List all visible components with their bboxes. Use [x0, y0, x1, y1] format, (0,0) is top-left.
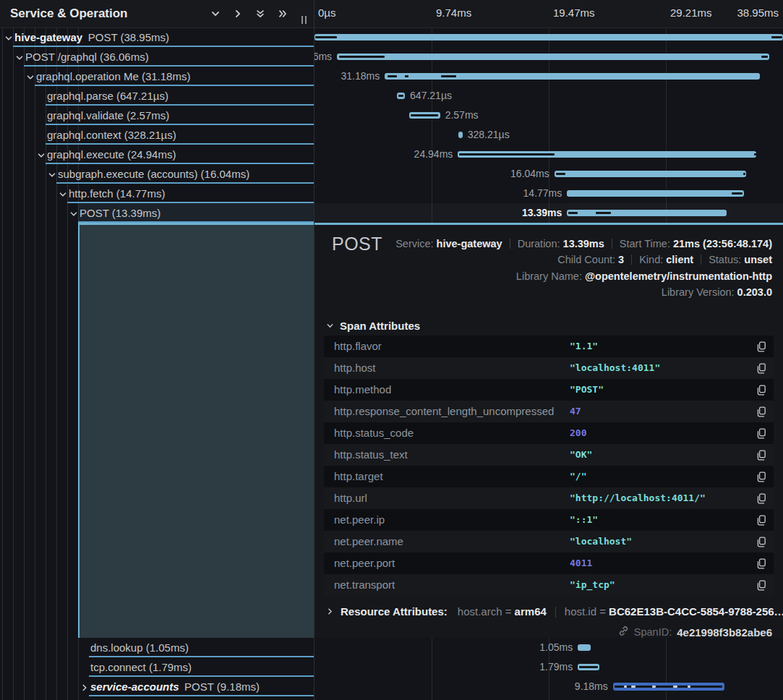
timeline-row[interactable]: 14.77ms — [315, 184, 783, 203]
chevron-down-icon[interactable] — [15, 52, 24, 61]
span-bar[interactable] — [567, 190, 743, 197]
attribute-row[interactable]: http.url"http://localhost:4011/" — [324, 487, 774, 509]
child-span-marker — [732, 192, 743, 195]
tree-row[interactable]: subgraph.execute (accounts) (16.04ms) — [0, 164, 314, 184]
attribute-value: "localhost:4011" — [570, 357, 660, 379]
span-bar[interactable] — [458, 132, 463, 138]
double-chevron-right-icon[interactable] — [278, 9, 288, 19]
tree-row[interactable]: tcp.connect (1.79ms) — [0, 657, 314, 677]
timeline-row[interactable]: 9.18ms — [315, 677, 783, 696]
tree-row[interactable]: graphql.parse (647.21µs) — [0, 86, 314, 106]
overview-value: @opentelemetry/instrumentation-http — [585, 270, 772, 282]
tree-row[interactable]: hive-gateway POST (38.95ms) — [0, 27, 314, 47]
child-span-marker — [411, 114, 438, 116]
timeline-row[interactable]: 16.04ms — [315, 164, 783, 184]
span-duration-label: 16.04ms — [510, 164, 549, 184]
span-bar[interactable] — [555, 171, 746, 177]
span-attributes-accordion[interactable]: Span Attributes — [326, 320, 420, 332]
overview-label: Start Time: — [620, 238, 673, 249]
copy-icon[interactable] — [756, 515, 766, 526]
attribute-row[interactable]: net.peer.port4011 — [324, 552, 774, 574]
attribute-row[interactable]: http.host"localhost:4011" — [324, 357, 774, 379]
tree-row[interactable]: POST (13.39ms) — [0, 203, 314, 223]
tree-row[interactable]: graphql.validate (2.57ms) — [0, 106, 314, 125]
chevron-down-icon[interactable] — [59, 189, 67, 197]
timeline-row[interactable]: 1.05ms — [315, 638, 783, 657]
copy-icon[interactable] — [756, 450, 766, 461]
span-name-label: tcp.connect (1.79ms) — [90, 657, 192, 677]
timeline-row[interactable]: 647.21µs — [315, 86, 783, 106]
attribute-row[interactable]: http.response_content_length_uncompresse… — [324, 401, 774, 422]
attribute-row[interactable]: http.flavor"1.1" — [324, 336, 774, 357]
timeline-row[interactable] — [315, 27, 783, 47]
attribute-row[interactable]: net.peer.name"localhost" — [324, 531, 774, 552]
chevron-down-icon[interactable] — [37, 150, 46, 158]
child-span-marker — [441, 75, 456, 77]
span-detail-overview: Service: hive-gatewayDuration: 13.39msSt… — [395, 236, 772, 300]
overview-value: 0.203.0 — [737, 286, 772, 298]
attribute-row[interactable]: http.status_text"OK" — [324, 444, 774, 466]
timeline-row[interactable]: 2.57ms — [315, 106, 783, 125]
attribute-row[interactable]: net.peer.ip"::1" — [324, 509, 774, 531]
span-bar[interactable] — [578, 644, 591, 651]
tree-row[interactable]: POST /graphql (36.06ms) — [0, 47, 314, 67]
copy-icon[interactable] — [756, 406, 766, 417]
panel-resize-handle[interactable] — [301, 16, 307, 24]
chevron-right-icon[interactable] — [233, 9, 243, 19]
overview-label: Kind: — [639, 254, 666, 265]
copy-icon[interactable] — [756, 341, 766, 352]
chevron-right-icon[interactable] — [80, 682, 89, 691]
timeline-row[interactable]: 13.39ms — [315, 203, 783, 223]
span-tree-bottom: dns.lookup (1.05ms)tcp.connect (1.79ms)s… — [0, 638, 314, 696]
chevron-down-icon[interactable] — [4, 33, 13, 41]
attribute-row[interactable]: http.target"/" — [324, 466, 774, 487]
link-icon[interactable] — [618, 626, 629, 638]
span-bar[interactable] — [315, 34, 783, 40]
row-divider — [89, 695, 314, 696]
copy-icon[interactable] — [756, 471, 766, 482]
resource-attributes-title: Resource Attributes: — [341, 605, 448, 618]
span-duration-label: 9.18ms — [575, 677, 608, 696]
chevron-down-icon[interactable] — [48, 169, 56, 178]
copy-icon[interactable] — [756, 428, 766, 439]
tree-row[interactable]: dns.lookup (1.05ms) — [0, 638, 314, 657]
span-bar[interactable] — [337, 54, 769, 60]
chevron-down-icon[interactable] — [26, 72, 35, 80]
copy-icon[interactable] — [756, 385, 766, 396]
tree-row[interactable]: http.fetch (14.77ms) — [0, 184, 314, 203]
tree-row[interactable]: graphql.context (328.21µs) — [0, 125, 314, 145]
copy-icon[interactable] — [756, 363, 766, 374]
chevron-down-icon[interactable] — [69, 208, 78, 217]
timeline-row[interactable]: 328.21µs — [315, 125, 783, 145]
panel-divider[interactable] — [314, 0, 315, 700]
copy-icon[interactable] — [756, 537, 766, 547]
attribute-row[interactable]: http.method"POST" — [324, 379, 774, 401]
attribute-row[interactable]: http.status_code200 — [324, 422, 774, 444]
copy-icon[interactable] — [756, 493, 766, 504]
timeline-row[interactable]: 24.94ms — [315, 145, 783, 164]
overview-label: Child Count: — [557, 254, 618, 265]
copy-icon[interactable] — [756, 580, 766, 591]
double-chevron-down-icon[interactable] — [255, 9, 265, 19]
timeline-row[interactable]: 1.79ms — [315, 657, 783, 677]
tree-header-actions — [210, 9, 288, 19]
child-span-marker — [596, 212, 611, 214]
child-span-marker — [398, 95, 403, 97]
span-bar[interactable] — [567, 210, 726, 216]
timeline-row[interactable]: 36.06ms — [315, 47, 783, 67]
tree-row[interactable]: graphql.execute (24.94ms) — [0, 145, 314, 164]
selected-span-region — [78, 223, 314, 638]
tree-row[interactable]: service-accounts POST (9.18ms) — [0, 677, 314, 696]
span-duration-label: 2.57ms — [445, 106, 479, 125]
attribute-value: "http://localhost:4011/" — [570, 487, 706, 509]
timeline-row[interactable]: 31.18ms — [315, 67, 783, 86]
chevron-down-icon[interactable] — [210, 9, 221, 19]
tree-row[interactable]: graphql.operation Me (31.18ms) — [0, 67, 314, 86]
resource-value: arm64 — [515, 605, 547, 618]
overview-line: Child Count: 3Kind: clientStatus: unset — [395, 252, 772, 268]
span-name-label: POST /graphql (36.06ms) — [25, 47, 149, 67]
resource-attributes-accordion[interactable]: Resource Attributes: host.arch = arm64ho… — [326, 605, 783, 618]
attribute-row[interactable]: net.transport"ip_tcp" — [324, 574, 774, 596]
copy-icon[interactable] — [756, 558, 766, 569]
span-name-label: hive-gateway POST (38.95ms) — [14, 27, 169, 47]
